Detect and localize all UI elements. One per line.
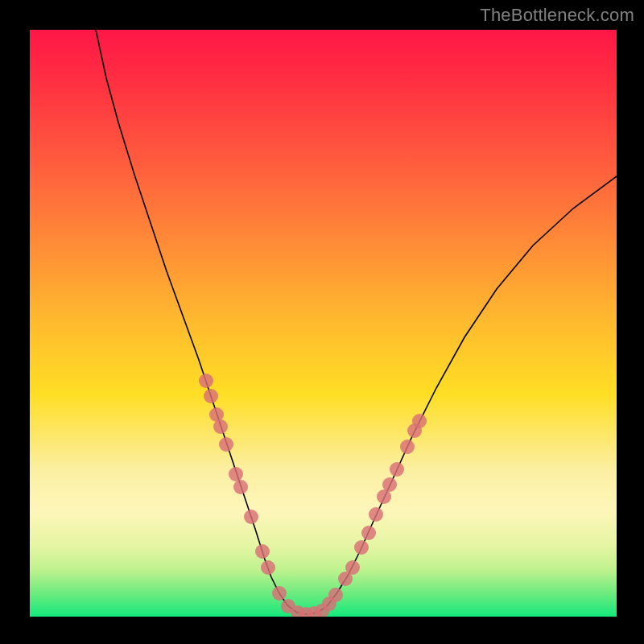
marker-dot <box>233 480 248 494</box>
marker-dot <box>361 526 376 540</box>
marker-dot <box>219 437 233 452</box>
marker-dot <box>400 440 415 454</box>
marker-dot <box>382 477 397 492</box>
marker-dot <box>261 560 275 575</box>
bottleneck-curve <box>96 30 617 614</box>
marker-dot <box>213 419 228 434</box>
chart-frame: TheBottleneck.com <box>0 0 644 644</box>
marker-dot <box>328 588 343 602</box>
marker-dot <box>244 510 258 524</box>
marker-dot <box>204 389 218 403</box>
marker-dot <box>345 560 360 575</box>
marker-dot <box>272 586 287 601</box>
marker-dot <box>354 540 369 555</box>
curve-markers <box>199 374 427 617</box>
marker-dot <box>255 544 270 559</box>
chart-svg <box>30 30 617 617</box>
marker-dot <box>229 467 243 481</box>
marker-dot <box>199 374 213 388</box>
plot-area <box>30 30 617 617</box>
marker-dot <box>369 507 383 522</box>
marker-dot <box>390 462 404 477</box>
watermark-text: TheBottleneck.com <box>480 5 634 26</box>
marker-dot <box>412 414 427 428</box>
